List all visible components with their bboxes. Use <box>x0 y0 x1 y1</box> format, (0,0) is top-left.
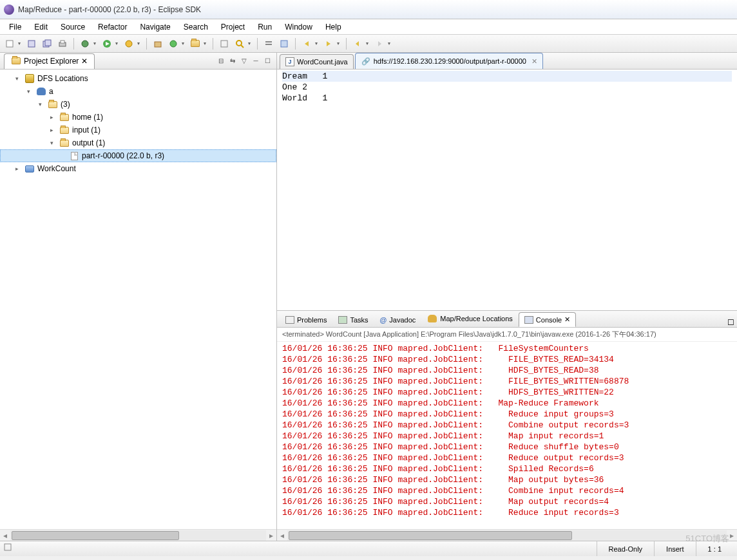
link-icon: 🔗 <box>361 56 371 66</box>
collapse-all-button[interactable]: ⊟ <box>216 56 226 66</box>
dropdown-icon[interactable]: ▾ <box>315 41 320 46</box>
expand-icon[interactable]: ▸ <box>15 165 22 172</box>
dropdown-icon[interactable]: ▾ <box>337 41 342 46</box>
dropdown-icon[interactable]: ▾ <box>137 41 142 46</box>
menu-run[interactable]: Run <box>251 21 278 33</box>
toolbar: ▾ ▾ ▾ ▾ ▾ ▾ ▾ ▾ ▾ ▾ ▾ <box>0 35 737 53</box>
problems-icon <box>285 316 294 324</box>
run-last-button[interactable] <box>122 37 136 51</box>
console-output[interactable]: 16/01/26 16:36:25 INFO mapred.JobClient:… <box>277 342 737 529</box>
toggle-breadcrumb-button[interactable] <box>262 37 276 51</box>
dropdown-icon[interactable]: ▾ <box>366 41 371 46</box>
svg-rect-17 <box>281 41 287 47</box>
expand-icon[interactable]: ▾ <box>15 75 22 82</box>
run-button[interactable] <box>100 37 114 51</box>
tree-input[interactable]: ▸ input (1) <box>0 124 276 136</box>
project-tree[interactable]: ▾ DFS Locations ▾ a ▾ (3) ▸ home (1) ▸ <box>0 70 276 529</box>
expand-icon[interactable]: ▸ <box>50 114 57 120</box>
folder-icon <box>191 40 200 47</box>
search-button[interactable] <box>233 37 247 51</box>
expand-icon[interactable]: ▾ <box>27 88 34 95</box>
menu-search[interactable]: Search <box>177 21 215 33</box>
menu-refactor[interactable]: Refactor <box>91 21 133 33</box>
tree-label: DFS Locations <box>37 74 88 83</box>
tab-mapreduce[interactable]: Map/Reduce Locations <box>421 310 519 327</box>
editor-content[interactable]: Dream 1One 2 World 1 <box>277 70 737 310</box>
folder-icon <box>59 138 70 148</box>
tab-javadoc[interactable]: @Javadoc <box>374 313 422 327</box>
svg-rect-0 <box>6 41 13 47</box>
menu-file[interactable]: File <box>3 21 28 33</box>
menu-source[interactable]: Source <box>54 21 91 33</box>
expand-icon[interactable]: ▸ <box>50 127 57 133</box>
svg-rect-1 <box>28 41 35 47</box>
tree-label: part-r-00000 (22.0 b, r3) <box>82 151 164 160</box>
project-explorer-tab[interactable]: Project Explorer ✕ <box>4 53 95 69</box>
tree-home[interactable]: ▸ home (1) <box>0 111 276 124</box>
open-type-button[interactable] <box>217 37 231 51</box>
separator <box>295 38 296 50</box>
new-button[interactable] <box>3 37 17 51</box>
view-tabs: Problems Tasks @Javadoc Map/Reduce Locat… <box>277 311 737 328</box>
expand-icon[interactable]: ▾ <box>50 140 57 146</box>
forward-button[interactable] <box>372 37 387 51</box>
tree-output[interactable]: ▾ output (1) <box>0 136 276 149</box>
dropdown-icon[interactable]: ▾ <box>204 41 209 46</box>
tab-wordcount[interactable]: J WordCount.java <box>280 54 354 69</box>
tab-hdfs-output[interactable]: 🔗 hdfs://192.168.230.129:9000/output/par… <box>355 53 543 69</box>
tab-problems[interactable]: Problems <box>280 313 332 327</box>
close-icon[interactable]: ✕ <box>81 57 88 66</box>
tab-tasks[interactable]: Tasks <box>332 313 374 327</box>
save-all-button[interactable] <box>40 37 54 51</box>
dropdown-icon[interactable]: ▾ <box>115 41 120 46</box>
show-perspective-button[interactable] <box>4 543 15 555</box>
menu-navigate[interactable]: Navigate <box>133 21 177 33</box>
view-menu-button[interactable]: ▽ <box>239 56 249 66</box>
tree-label: home (1) <box>72 113 103 122</box>
elephant-icon <box>427 313 437 324</box>
tree-label: input (1) <box>72 126 100 135</box>
tab-label: Javadoc <box>389 316 416 324</box>
close-icon[interactable]: ✕ <box>564 315 570 324</box>
new-folder-button[interactable] <box>188 37 202 51</box>
svg-marker-21 <box>378 41 381 46</box>
minimize-button[interactable]: ─ <box>251 56 261 66</box>
close-icon[interactable]: ✕ <box>531 57 537 66</box>
dropdown-icon[interactable]: ▾ <box>18 41 23 46</box>
dropdown-icon[interactable]: ▾ <box>182 41 187 46</box>
tree-root[interactable]: ▾ (3) <box>0 98 276 111</box>
tab-label: Console <box>536 316 562 324</box>
dropdown-icon[interactable]: ▾ <box>93 41 99 46</box>
print-button[interactable] <box>55 37 70 51</box>
debug-button[interactable] <box>78 37 92 51</box>
tab-console[interactable]: Console✕ <box>519 312 576 327</box>
watermark: 51CTO博客 <box>685 533 729 545</box>
hscrollbar[interactable]: ◂▸ <box>0 529 276 541</box>
menu-project[interactable]: Project <box>215 21 251 33</box>
tab-label: hdfs://192.168.230.129:9000/output/part-… <box>374 57 526 65</box>
tree-project-workcount[interactable]: ▸ WorkCount <box>0 162 276 175</box>
dropdown-icon[interactable]: ▾ <box>248 41 253 46</box>
folder-icon <box>59 112 70 122</box>
maximize-button[interactable]: ☐ <box>262 56 273 66</box>
next-annotation-button[interactable] <box>321 37 336 51</box>
menu-help[interactable]: Help <box>319 21 348 33</box>
maximize-button[interactable]: ☐ <box>727 318 734 327</box>
hscrollbar[interactable]: ◂▸ <box>277 529 737 541</box>
tree-file-part[interactable]: part-r-00000 (22.0 b, r3) <box>0 149 276 162</box>
dropdown-icon[interactable]: ▾ <box>388 41 393 46</box>
new-class-button[interactable] <box>166 37 180 51</box>
pin-button[interactable] <box>277 37 291 51</box>
save-button[interactable] <box>24 37 39 51</box>
menu-edit[interactable]: Edit <box>28 21 54 33</box>
tree-connection[interactable]: ▾ a <box>0 85 276 98</box>
separator <box>73 38 74 50</box>
bottom-views: Problems Tasks @Javadoc Map/Reduce Locat… <box>277 310 737 529</box>
back-button[interactable] <box>350 37 365 51</box>
tree-dfs-locations[interactable]: ▾ DFS Locations <box>0 72 276 85</box>
expand-icon[interactable]: ▾ <box>39 101 45 107</box>
menu-window[interactable]: Window <box>278 21 319 33</box>
last-edit-button[interactable] <box>300 37 314 51</box>
link-editor-button[interactable]: ⇆ <box>227 56 238 66</box>
new-package-button[interactable] <box>151 37 165 51</box>
